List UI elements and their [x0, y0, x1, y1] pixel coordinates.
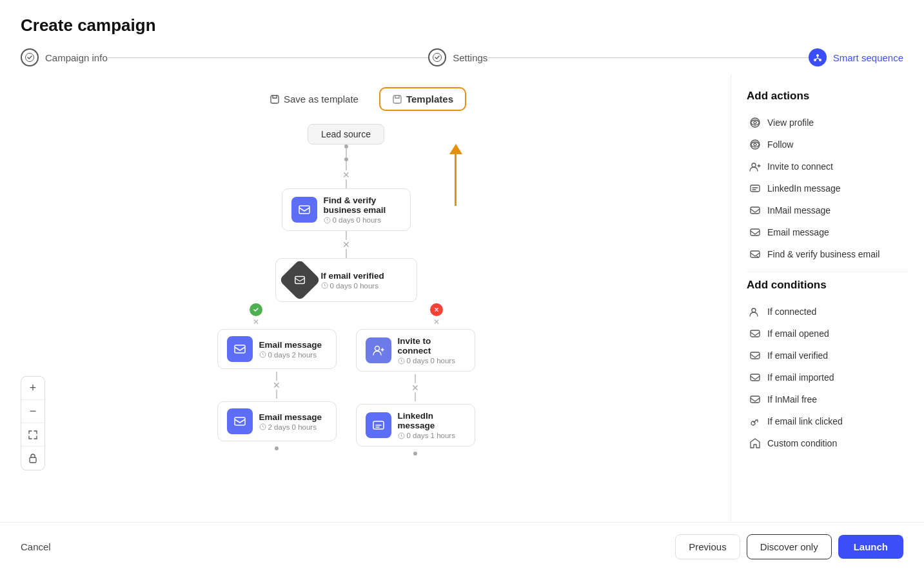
canvas-toolbar: Save as template Templates — [13, 87, 718, 111]
condition-if-inmail-free-label: If InMail free — [767, 394, 817, 405]
step-campaign-info: Campaign info — [21, 48, 108, 66]
step-settings: Settings — [428, 48, 487, 66]
step-icon-3 — [809, 48, 827, 66]
steps-bar: Campaign info Settings Smart sequence — [21, 48, 903, 66]
svg-point-21 — [754, 121, 756, 124]
action-follow[interactable]: Follow — [747, 134, 909, 155]
svg-rect-13 — [235, 417, 245, 425]
action-linkedin-message[interactable]: LinkedIn message — [747, 177, 909, 199]
dot-line — [346, 249, 347, 258]
check-badge — [250, 303, 262, 316]
dot-line — [346, 231, 347, 240]
step-line-2 — [487, 57, 808, 58]
arrow-shaft — [455, 154, 457, 206]
svg-rect-6 — [393, 95, 401, 103]
condition-if-email-link-clicked-label: If email link clicked — [767, 416, 843, 426]
action-linkedin-message-label: LinkedIn message — [767, 183, 841, 194]
x-mark[interactable]: ✕ — [342, 240, 350, 249]
branch-x-right[interactable]: ✕ — [433, 317, 440, 326]
condition-if-email-verified[interactable]: If email verified — [747, 345, 909, 366]
step-label-2: Settings — [453, 52, 487, 63]
svg-point-25 — [752, 163, 756, 167]
x-badge — [430, 303, 443, 316]
zoom-out-button[interactable]: − — [21, 400, 44, 423]
email-icon-1 — [227, 336, 253, 362]
discover-only-button[interactable]: Discover only — [747, 534, 832, 559]
find-verify-icon — [291, 197, 317, 223]
svg-point-20 — [751, 118, 760, 127]
flow-diagram: Lead source ✕ Find & — [0, 124, 718, 456]
action-find-verify-label: Find & verify business email — [767, 249, 880, 259]
action-email-message-label: Email message — [767, 227, 829, 237]
templates-button[interactable]: Templates — [379, 87, 466, 111]
dot-line — [346, 161, 347, 170]
condition-if-connected[interactable]: If connected — [747, 301, 909, 323]
save-template-label: Save as template — [284, 94, 359, 105]
condition-if-inmail-free[interactable]: If InMail free — [747, 388, 909, 410]
condition-if-email-imported[interactable]: If email imported — [747, 366, 909, 388]
condition-if-email-opened-label: If email opened — [767, 328, 829, 339]
svg-point-35 — [751, 421, 755, 425]
condition-if-connected-label: If connected — [767, 306, 816, 317]
if-email-verified-text: If email verified 0 days 0 hours — [321, 271, 384, 290]
step-check-1 — [21, 48, 39, 66]
zoom-controls: + − — [21, 376, 45, 470]
condition-if-email-link-clicked[interactable]: If email link clicked — [747, 410, 909, 432]
svg-rect-5 — [271, 95, 279, 103]
x-mark[interactable]: ✕ — [342, 170, 350, 179]
action-invite-connect[interactable]: Invite to connect — [747, 155, 909, 177]
branch-x-left[interactable]: ✕ — [253, 317, 259, 326]
action-email-message[interactable]: Email message — [747, 221, 909, 243]
launch-button[interactable]: Launch — [838, 535, 903, 559]
left-branch: Email message 0 days 2 hours ✕ — [217, 329, 337, 450]
action-inmail-message[interactable]: InMail message — [747, 199, 909, 221]
step-label-3: Smart sequence — [833, 52, 903, 63]
diamond-icon — [279, 259, 320, 301]
templates-label: Templates — [406, 94, 453, 105]
action-view-profile-label: View profile — [767, 117, 814, 128]
email-message-1-node[interactable]: Email message 0 days 2 hours — [217, 329, 337, 369]
zoom-in-button[interactable]: + — [21, 377, 44, 400]
step-check-2 — [428, 48, 446, 66]
add-conditions-title: Add conditions — [747, 279, 909, 292]
dot-line — [346, 148, 347, 157]
action-follow-label: Follow — [767, 139, 793, 150]
zoom-fit-button[interactable] — [21, 423, 44, 446]
action-find-verify[interactable]: Find & verify business email — [747, 243, 909, 265]
svg-point-2 — [816, 54, 819, 57]
svg-rect-11 — [235, 345, 245, 353]
branches: Email message 0 days 2 hours ✕ — [217, 329, 475, 456]
save-as-template-button[interactable]: Save as template — [264, 91, 364, 107]
connector-1: ✕ — [342, 145, 350, 188]
linkedin-message-node[interactable]: LinkedIn message 0 days 1 hours — [356, 404, 475, 446]
zoom-lock-button[interactable] — [21, 446, 44, 470]
page-title: Create campaign — [21, 15, 903, 35]
svg-rect-19 — [30, 457, 36, 463]
find-verify-node[interactable]: Find & verify business email 0 days 0 ho… — [282, 188, 411, 231]
dot-line — [346, 179, 347, 188]
if-email-verified-node[interactable]: If email verified 0 days 0 hours — [275, 258, 417, 302]
step-smart-sequence: Smart sequence — [809, 48, 903, 66]
cancel-button[interactable]: Cancel — [21, 541, 51, 552]
previous-button[interactable]: Previous — [675, 534, 740, 559]
email-message-2-node[interactable]: Email message 2 days 0 hours — [217, 401, 337, 441]
arrow-head — [449, 144, 462, 154]
invite-connect-node[interactable]: Invite to connect 0 days 0 hours — [356, 329, 475, 372]
flow-canvas: Save as template Templates Lead source — [0, 74, 731, 522]
panel-divider — [747, 272, 909, 272]
condition-if-email-opened[interactable]: If email opened — [747, 323, 909, 345]
linkedin-icon — [366, 412, 391, 438]
condition-custom[interactable]: Custom condition — [747, 432, 909, 454]
right-panel: Add actions View profile Follow Invite t… — [731, 74, 924, 522]
add-actions-title: Add actions — [747, 90, 909, 103]
email-icon-2 — [227, 408, 253, 434]
find-verify-text: Find & verify business email 0 days 0 ho… — [324, 195, 401, 224]
invite-icon — [366, 337, 391, 363]
condition-if-email-verified-label: If email verified — [767, 350, 828, 361]
svg-rect-9 — [295, 277, 304, 284]
right-branch: Invite to connect 0 days 0 hours ✕ — [356, 329, 475, 456]
svg-point-15 — [375, 346, 379, 351]
action-view-profile[interactable]: View profile — [747, 112, 909, 134]
step-line-1 — [108, 57, 428, 58]
lead-source-node[interactable]: Lead source — [308, 124, 384, 145]
